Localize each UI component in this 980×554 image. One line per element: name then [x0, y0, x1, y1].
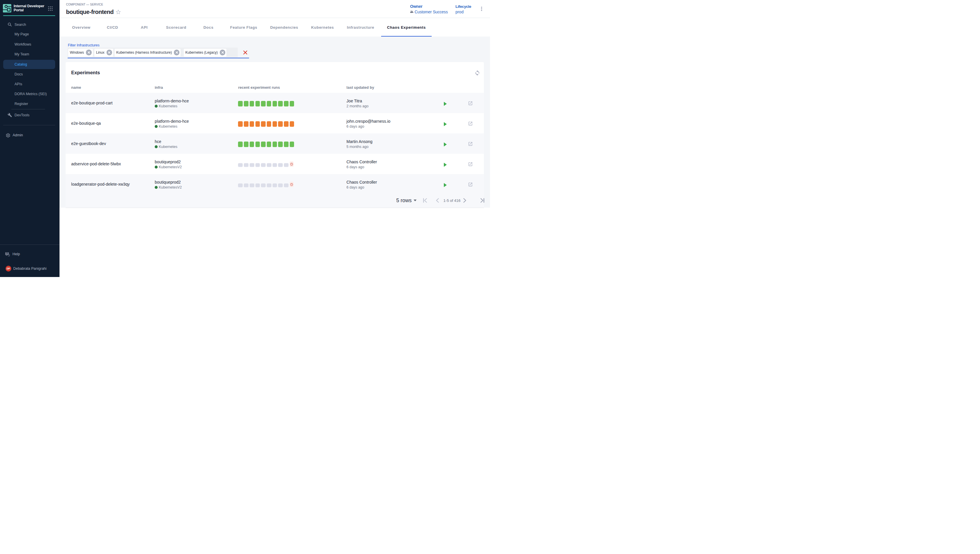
- svg-text:?: ?: [6, 252, 8, 255]
